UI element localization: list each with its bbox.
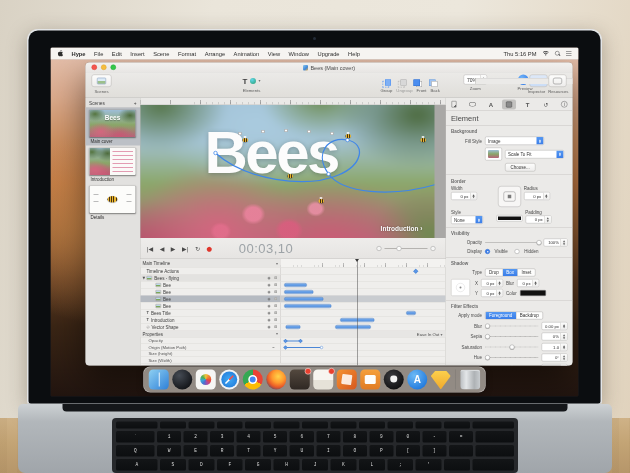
timeline-action-marker[interactable] [413, 269, 418, 274]
keyboard-key[interactable]: 4 [237, 431, 261, 443]
keyboard-key[interactable] [444, 459, 470, 471]
keyboard-key[interactable] [444, 422, 470, 429]
stepper-arrows-icon[interactable]: ▲▼ [543, 193, 550, 200]
keyboard-key[interactable]: = [449, 431, 473, 443]
brightness-stepper[interactable]: 100%▲▼ [542, 364, 568, 366]
border-width-stepper[interactable]: 0 px▲▼ [451, 192, 477, 200]
segment-inset[interactable]: Inset [518, 269, 535, 276]
background-image-thumbnail[interactable] [485, 148, 502, 161]
lock-icon[interactable] [275, 277, 278, 280]
slider-knob[interactable] [485, 334, 490, 339]
zoom-out-icon[interactable] [377, 246, 382, 251]
elements-button[interactable]: T ▾ [232, 75, 272, 88]
keyboard-key[interactable]: I [316, 445, 340, 457]
opacity-slider[interactable] [485, 242, 541, 243]
layer-row-introduction[interactable]: TIntroduction ◉ [141, 317, 446, 324]
bring-front-button[interactable] [414, 80, 423, 88]
keyboard-key[interactable]: Q [116, 445, 154, 457]
stepper-arrows-icon[interactable]: ▲▼ [532, 280, 539, 287]
dock-books-icon[interactable] [360, 370, 380, 390]
lock-icon[interactable] [275, 305, 278, 308]
visibility-eye-icon[interactable]: ◉ [267, 311, 270, 315]
stepper-arrows-icon[interactable]: ▲▼ [561, 333, 568, 340]
keyboard-key[interactable] [274, 422, 300, 429]
spotlight-icon[interactable] [555, 51, 560, 56]
ungroup-button[interactable] [398, 80, 407, 88]
keyboard-key[interactable] [330, 422, 356, 429]
tab-metrics[interactable]: A [484, 99, 498, 109]
bee-sprite[interactable] [288, 174, 294, 178]
keyboard-key[interactable]: 5 [263, 431, 287, 443]
dock-trash-icon[interactable] [460, 370, 480, 390]
selection-handle[interactable] [308, 130, 311, 133]
introduction-button[interactable]: Introduction › [381, 225, 423, 233]
keyboard-key[interactable]: A [116, 459, 157, 471]
keyboard-key[interactable]: T [237, 445, 261, 457]
shadow-blur-stepper[interactable]: 0 px▲▼ [517, 279, 539, 287]
keyboard-key[interactable] [359, 422, 385, 429]
menu-item-view[interactable]: View [268, 50, 280, 56]
keyboard-key[interactable]: 8 [343, 431, 367, 443]
keyboard-key[interactable]: ] [422, 445, 446, 457]
selection-handle[interactable] [285, 129, 288, 132]
border-color-well[interactable] [496, 215, 522, 222]
zoom-in-icon[interactable] [431, 246, 436, 251]
send-back-button[interactable] [429, 80, 438, 88]
dock-black-paw-app-icon[interactable] [384, 370, 404, 390]
chevron-down-icon[interactable]: ▾ [276, 261, 278, 266]
dock-notes-icon[interactable] [313, 370, 333, 390]
visible-radio[interactable] [485, 249, 490, 254]
stepper-arrows-icon[interactable]: ▲▼ [561, 365, 568, 366]
jump-end-button[interactable]: ▶| [182, 245, 189, 252]
keyboard-key[interactable]: 3 [210, 431, 234, 443]
animation-bar[interactable] [285, 325, 300, 329]
stepper-arrows-icon[interactable]: ▲▼ [561, 239, 568, 246]
keyboard-key[interactable]: 2 [184, 431, 208, 443]
stepper-arrows-icon[interactable]: ▲▼ [496, 280, 503, 287]
selection-handle[interactable] [262, 130, 265, 133]
shadow-x-stepper[interactable]: 0 px▲▼ [481, 279, 503, 287]
tab-scene[interactable] [465, 99, 479, 109]
stepper-arrows-icon[interactable]: ▲▼ [496, 290, 503, 297]
visibility-eye-icon[interactable]: ◉ [267, 325, 270, 329]
shadow-y-stepper[interactable]: 0 px▲▼ [481, 289, 503, 297]
slider-knob[interactable] [397, 246, 402, 251]
dock-photos-icon[interactable] [196, 370, 216, 390]
visibility-eye-icon[interactable]: ◉ [267, 283, 270, 287]
menu-clock[interactable]: Thu 5:16 PM [504, 50, 537, 56]
tab-identity[interactable]: i [557, 99, 571, 109]
timeline-name[interactable]: Main Timeline [143, 261, 171, 266]
animation-bar[interactable] [284, 304, 332, 308]
record-button[interactable]: ● [207, 245, 213, 253]
sepia-slider[interactable] [485, 336, 539, 337]
keyboard-key[interactable]: D [188, 459, 214, 471]
keyboard-key[interactable]: 0 [396, 431, 420, 443]
properties-header[interactable]: Properties▾ Ease In Out ▾ [141, 331, 446, 338]
visibility-eye-icon[interactable]: ◉ [267, 276, 270, 280]
keyboard-key[interactable]: Y [263, 445, 287, 457]
shadow-type-segmented[interactable]: Drop Box Inset [485, 269, 535, 277]
tab-document[interactable] [447, 99, 461, 109]
keyboard-key[interactable] [387, 422, 413, 429]
jump-start-button[interactable]: |◀ [147, 245, 154, 252]
wifi-icon[interactable] [543, 51, 550, 56]
lock-icon[interactable] [275, 326, 278, 329]
stepper-arrows-icon[interactable]: ▲▼ [561, 344, 568, 351]
keyboard-key[interactable]: S [160, 459, 186, 471]
layer-row-vector-shape[interactable]: ◇Vector Shape ◉ [141, 324, 446, 331]
lock-icon[interactable] [275, 291, 278, 294]
border-style-popup[interactable]: None▲▼ [451, 216, 483, 225]
segment-drop[interactable]: Drop [486, 269, 503, 276]
menu-item-hype[interactable]: Hype [72, 50, 86, 56]
keyboard-key[interactable]: [ [396, 445, 420, 457]
keyboard-key[interactable]: R [210, 445, 234, 457]
lock-icon[interactable] [275, 312, 278, 315]
stepper-arrows-icon[interactable]: ▲▼ [561, 354, 568, 361]
keyboard-key[interactable]: K [330, 459, 356, 471]
bee-sprite[interactable] [346, 134, 352, 138]
stepper-arrows-icon[interactable]: ▲▼ [470, 193, 477, 200]
keyboard-key[interactable] [217, 422, 243, 429]
keyboard-key[interactable]: H [274, 459, 300, 471]
menu-item-insert[interactable]: Insert [130, 50, 144, 56]
play-button[interactable]: ▶ [171, 245, 176, 252]
